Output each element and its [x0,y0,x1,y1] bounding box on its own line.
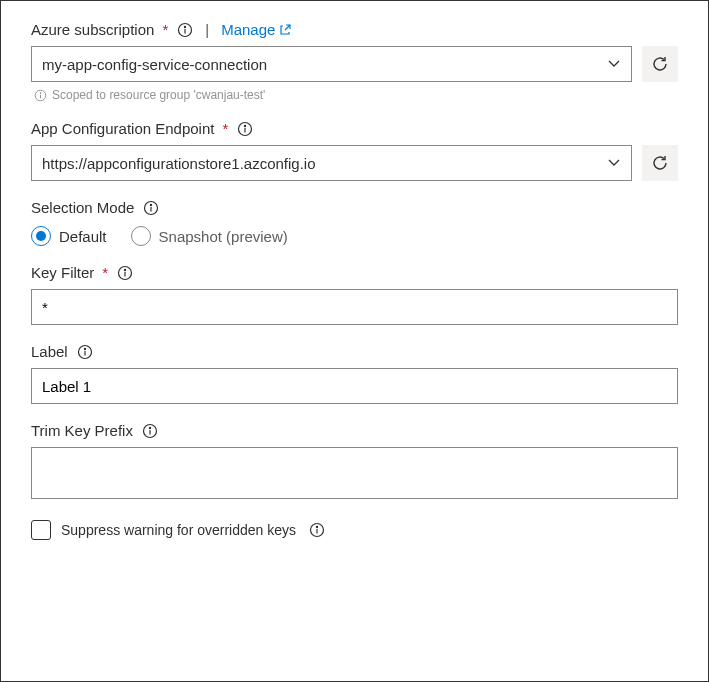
svg-point-19 [149,427,150,428]
label-row: Selection Mode [31,199,678,216]
radio-option-default[interactable]: Default [31,226,107,246]
info-icon[interactable] [177,22,193,38]
key-filter-field: Key Filter * [31,264,678,325]
azure-subscription-select[interactable]: my-app-config-service-connection [31,46,632,82]
manage-link-text: Manage [221,21,275,38]
svg-point-13 [125,269,126,270]
radio-label: Snapshot (preview) [159,228,288,245]
svg-point-4 [40,92,41,93]
label-row: Trim Key Prefix [31,422,678,439]
external-link-icon [279,24,291,36]
radio-label: Default [59,228,107,245]
azure-subscription-label: Azure subscription [31,21,154,38]
info-icon [34,89,47,102]
label-row: App Configuration Endpoint * [31,120,678,137]
required-asterisk: * [102,264,108,281]
trim-key-prefix-field: Trim Key Prefix [31,422,678,502]
manage-link[interactable]: Manage [221,21,291,38]
label-row: Key Filter * [31,264,678,281]
refresh-icon [651,55,669,73]
svg-point-10 [151,204,152,205]
info-icon[interactable] [117,265,133,281]
chevron-down-icon [607,56,621,73]
azure-subscription-value: my-app-config-service-connection [42,56,267,73]
radio-icon [131,226,151,246]
info-icon[interactable] [237,121,253,137]
radio-icon [31,226,51,246]
info-icon[interactable] [143,200,159,216]
separator: | [205,21,209,38]
label-field: Label [31,343,678,404]
key-filter-input[interactable] [31,289,678,325]
svg-point-22 [316,526,317,527]
scope-hint: Scoped to resource group 'cwanjau-test' [31,88,678,102]
required-asterisk: * [162,21,168,38]
azure-subscription-field: Azure subscription * | Manage my-app-con… [31,21,678,102]
refresh-button[interactable] [642,145,678,181]
form-container: Azure subscription * | Manage my-app-con… [0,0,709,682]
svg-point-7 [245,125,246,126]
selection-mode-field: Selection Mode Default Snapshot (preview… [31,199,678,246]
suppress-warning-label: Suppress warning for overridden keys [61,522,296,538]
info-icon[interactable] [142,423,158,439]
app-config-endpoint-label: App Configuration Endpoint [31,120,214,137]
radio-option-snapshot[interactable]: Snapshot (preview) [131,226,288,246]
info-icon[interactable] [77,344,93,360]
refresh-button[interactable] [642,46,678,82]
info-icon[interactable] [309,522,325,538]
trim-key-prefix-label: Trim Key Prefix [31,422,133,439]
trim-key-prefix-input[interactable] [31,447,678,499]
app-config-endpoint-select[interactable]: https://appconfigurationstore1.azconfig.… [31,145,632,181]
label-field-label: Label [31,343,68,360]
svg-point-16 [84,348,85,349]
app-config-endpoint-value: https://appconfigurationstore1.azconfig.… [42,155,316,172]
suppress-warning-checkbox[interactable] [31,520,51,540]
refresh-icon [651,154,669,172]
suppress-warning-row: Suppress warning for overridden keys [31,520,678,540]
key-filter-label: Key Filter [31,264,94,281]
scope-hint-text: Scoped to resource group 'cwanjau-test' [52,88,265,102]
svg-point-1 [185,26,186,27]
label-row: Label [31,343,678,360]
label-input[interactable] [31,368,678,404]
chevron-down-icon [607,155,621,172]
radio-group: Default Snapshot (preview) [31,226,678,246]
label-row: Azure subscription * | Manage [31,21,678,38]
select-row: https://appconfigurationstore1.azconfig.… [31,145,678,181]
selection-mode-label: Selection Mode [31,199,134,216]
select-row: my-app-config-service-connection [31,46,678,82]
app-config-endpoint-field: App Configuration Endpoint * https://app… [31,120,678,181]
required-asterisk: * [222,120,228,137]
